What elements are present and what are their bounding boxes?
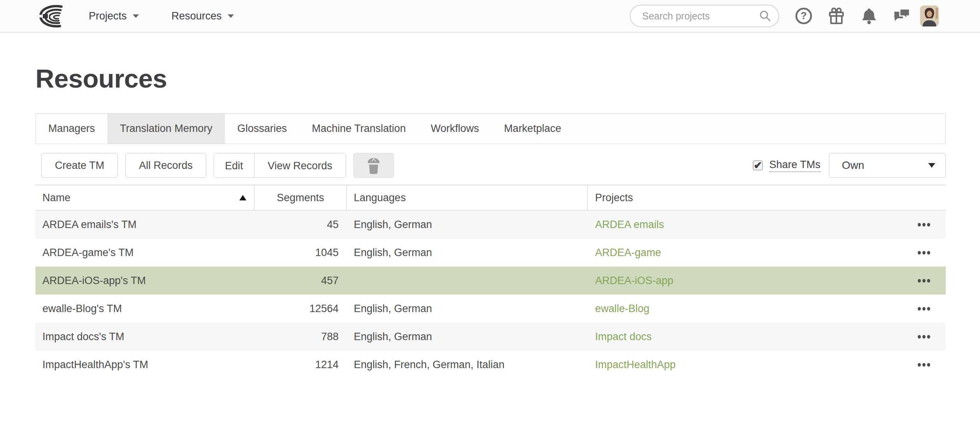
column-header-languages[interactable]: Languages [347, 185, 588, 210]
row-actions-menu[interactable] [917, 359, 931, 370]
tm-name: ImpactHealthApp's TM [35, 359, 255, 371]
tm-toolbar-right: ✔ Share TMs Own [753, 153, 946, 178]
select-caret-icon [928, 163, 935, 168]
chevron-down-icon [228, 14, 234, 18]
tm-table: Name Segments Languages Projects ARDEA e… [35, 185, 946, 379]
edit-view-button-group: Edit View Records [214, 153, 346, 178]
logo-notch [43, 14, 48, 18]
row-actions-menu[interactable] [917, 303, 931, 314]
tm-name: ARDEA-iOS-app's TM [35, 275, 255, 287]
tm-name: ARDEA-game's TM [35, 247, 255, 259]
help-button[interactable]: ? [795, 7, 813, 25]
nav-menu-projects[interactable]: Projects [89, 10, 139, 22]
project-link[interactable]: ARDEA-game [595, 247, 661, 259]
project-link[interactable]: ImpactHealthApp [595, 359, 676, 371]
ellipsis-dot [927, 335, 930, 339]
tm-projects-cell: ewalle-Blog [588, 303, 946, 315]
main-content: Resources Managers Translation Memory Gl… [0, 61, 980, 379]
nav-menu-resources-label: Resources [172, 10, 222, 22]
search-icon[interactable] [759, 10, 771, 22]
search-projects-input[interactable] [630, 5, 779, 27]
ellipsis-dot [918, 335, 921, 339]
project-link[interactable]: ARDEA-iOS-app [595, 275, 673, 287]
tm-scope-select[interactable]: Own [829, 153, 946, 178]
column-header-segments[interactable]: Segments [255, 185, 347, 210]
checkmark-icon: ✔ [754, 161, 762, 170]
table-row[interactable]: ImpactHealthApp's TM 1214 English, Frenc… [35, 351, 946, 379]
row-actions-menu[interactable] [917, 247, 931, 258]
view-records-button[interactable]: View Records [254, 153, 346, 178]
ellipsis-dot [927, 251, 930, 254]
messages-button[interactable] [893, 7, 911, 25]
app-logo-icon[interactable] [38, 4, 65, 29]
user-photo-icon [920, 5, 939, 26]
tm-toolbar-left: Create TM All Records Edit View Records [41, 153, 394, 178]
table-row[interactable]: ARDEA-game's TM 1045 English, German ARD… [35, 239, 946, 267]
tm-segments: 457 [255, 275, 347, 287]
bell-icon [860, 7, 878, 25]
column-header-name[interactable]: Name [35, 185, 255, 210]
column-header-name-label: Name [42, 192, 70, 204]
tm-projects-cell: ARDEA-iOS-app [588, 275, 946, 287]
delete-tm-button[interactable] [353, 153, 394, 178]
ellipsis-dot [922, 223, 926, 226]
tm-segments: 12564 [255, 303, 347, 315]
svg-text:?: ? [801, 10, 807, 21]
ellipsis-dot [918, 363, 921, 367]
ellipsis-dot [918, 223, 921, 226]
tm-projects-cell: ARDEA emails [588, 219, 946, 231]
tm-name: Impact docs's TM [35, 331, 255, 343]
ellipsis-dot [918, 251, 921, 254]
row-actions-menu[interactable] [917, 275, 931, 286]
row-actions-menu[interactable] [917, 219, 931, 230]
share-tms-label[interactable]: Share TMs [769, 159, 820, 172]
notifications-button[interactable] [860, 7, 878, 25]
tm-segments: 1214 [255, 359, 347, 371]
nav-menu-projects-label: Projects [89, 10, 127, 22]
ellipsis-dot [922, 307, 926, 311]
ellipsis-dot [927, 363, 930, 367]
tm-segments: 1045 [255, 247, 347, 259]
table-row[interactable]: Impact docs's TM 788 English, German Imp… [35, 323, 946, 351]
nav-menu-resources[interactable]: Resources [172, 10, 234, 22]
table-row[interactable]: ewalle-Blog's TM 12564 English, German e… [35, 295, 946, 323]
project-link[interactable]: ARDEA emails [595, 219, 664, 231]
user-avatar[interactable] [920, 5, 939, 26]
table-row[interactable]: ARDEA emails's TM 45 English, German ARD… [35, 211, 946, 239]
ellipsis-dot [918, 307, 921, 311]
search-projects-box [630, 5, 779, 27]
trash-icon [366, 156, 381, 174]
edit-button[interactable]: Edit [214, 153, 254, 178]
share-tms-checkbox[interactable]: ✔ [753, 160, 763, 170]
gifts-button[interactable] [827, 7, 845, 25]
tab-glossaries[interactable]: Glossaries [225, 114, 300, 144]
tab-machine-translation[interactable]: Machine Translation [299, 114, 418, 144]
tab-managers[interactable]: Managers [36, 114, 107, 144]
ellipsis-dot [922, 363, 926, 367]
tm-name: ewalle-Blog's TM [35, 303, 255, 315]
tab-workflows[interactable]: Workflows [418, 114, 492, 144]
create-tm-button[interactable]: Create TM [41, 153, 118, 178]
all-records-button[interactable]: All Records [125, 153, 206, 178]
tm-scope-selected-value: Own [842, 159, 864, 172]
nav-icon-cluster: ? [795, 7, 911, 25]
chat-bubbles-icon [893, 7, 911, 25]
table-row-selected[interactable]: ARDEA-iOS-app's TM 457 ARDEA-iOS-app [35, 267, 946, 295]
tab-marketplace[interactable]: Marketplace [492, 114, 574, 144]
tab-translation-memory[interactable]: Translation Memory [107, 114, 225, 144]
project-link[interactable]: ewalle-Blog [595, 303, 650, 315]
tm-languages: English, German [347, 219, 588, 231]
row-actions-menu[interactable] [917, 331, 931, 342]
tm-languages: English, German [347, 247, 588, 259]
question-circle-icon: ? [795, 7, 813, 25]
column-header-projects[interactable]: Projects [588, 185, 946, 210]
tm-projects-cell: ARDEA-game [588, 247, 946, 259]
tm-languages: English, French, German, Italian [347, 359, 588, 371]
gift-icon [827, 7, 845, 25]
tm-projects-cell: Impact docs [588, 331, 946, 343]
tm-table-header: Name Segments Languages Projects [35, 185, 946, 211]
project-link[interactable]: Impact docs [595, 331, 652, 343]
ellipsis-dot [922, 251, 926, 254]
ellipsis-dot [918, 279, 921, 283]
tm-languages: English, German [347, 331, 588, 343]
